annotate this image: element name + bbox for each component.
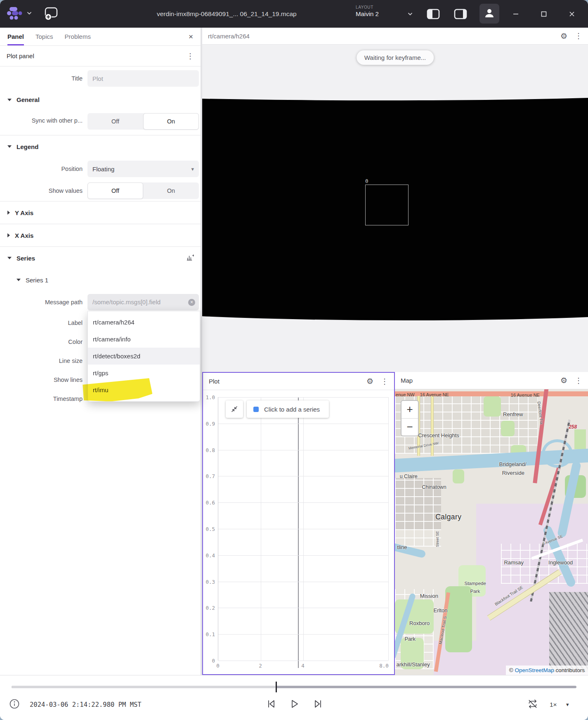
section-x-axis[interactable]: X Axis	[0, 224, 201, 246]
topic-option[interactable]: rt/camera/h264	[88, 314, 200, 331]
layout-selector[interactable]: LAYOUT Maivin 2	[356, 5, 379, 17]
x-tick-label: 0	[216, 663, 220, 669]
close-sidebar-icon[interactable]: ×	[189, 33, 193, 40]
section-series[interactable]: Series	[0, 247, 201, 269]
x-tick-label: 4	[301, 663, 305, 669]
add-series-icon[interactable]	[186, 253, 194, 263]
topic-dropdown: rt/camera/h264 rt/camera/info rt/detect/…	[87, 311, 200, 402]
y-tick-label: 1.0	[205, 394, 215, 400]
message-path-input[interactable]	[87, 294, 199, 310]
map-panel: Map ⚙ ⋮	[395, 372, 588, 675]
map-label: Macleod Trail S	[438, 616, 448, 645]
sync-off-option[interactable]: Off	[87, 113, 143, 130]
add-panel-icon[interactable]	[44, 6, 59, 22]
sidebar-tabs: PanelTopicsProblems ×	[0, 28, 201, 46]
position-label: Position	[0, 166, 83, 172]
loop-off-icon[interactable]	[527, 699, 538, 709]
series-color-swatch	[253, 407, 259, 412]
right-sidebar-toggle-icon[interactable]	[451, 0, 470, 28]
title-field-label: Title	[0, 75, 83, 82]
foxglove-logo-icon[interactable]	[7, 6, 22, 22]
chevron-down-icon	[7, 257, 12, 259]
topic-option[interactable]: rt/camera/info	[88, 331, 200, 348]
y-tick-label: 0.5	[205, 526, 215, 532]
map-label: Roxboro	[409, 620, 430, 626]
section-series-1[interactable]: Series 1	[0, 269, 201, 291]
gridline	[261, 397, 261, 661]
clear-input-icon[interactable]: ×	[188, 299, 195, 306]
account-button[interactable]	[479, 4, 499, 24]
info-icon[interactable]	[9, 699, 20, 709]
sync-label: Sync with other p...	[0, 117, 83, 124]
gear-icon[interactable]: ⚙	[366, 377, 373, 386]
plot-title-input[interactable]	[87, 70, 199, 87]
section-legend[interactable]: Legend	[0, 135, 201, 158]
series-timestamp-label: Timestamp	[0, 396, 83, 402]
x-axis-ticks: 0248.0	[218, 663, 388, 670]
section-general[interactable]: General	[0, 90, 201, 109]
playback-speed[interactable]: 1×	[550, 701, 557, 708]
recording-filename: verdin-imx8mp-06849091_... 06_21_14_19.m…	[157, 0, 297, 28]
map-panel-title: Map	[401, 377, 413, 384]
map-label: Street SE	[435, 531, 439, 547]
topic-option[interactable]: rt/gps	[88, 365, 200, 381]
gear-icon[interactable]: ⚙	[560, 31, 567, 41]
map-label: Memorial Drive NW	[408, 441, 439, 451]
topic-option[interactable]: rt/detect/boxes2d	[88, 348, 200, 365]
show-values-toggle: Off On	[87, 182, 199, 199]
openstreetmap-link[interactable]: OpenStreetMap	[515, 667, 554, 673]
seek-bar[interactable]	[12, 686, 576, 688]
settings-sidebar: PanelTopicsProblems × Plot panel ⋮ Title…	[0, 28, 201, 675]
zoom-out-button[interactable]: −	[401, 419, 418, 436]
plot-playhead-line	[298, 397, 299, 668]
titlebar: verdin-imx8mp-06849091_... 06_21_14_19.m…	[0, 0, 588, 28]
add-series-button[interactable]: Click to add a series	[247, 400, 329, 418]
kebab-menu-icon[interactable]: ⋮	[575, 376, 582, 385]
layout-chevron-icon[interactable]	[407, 11, 413, 17]
close-window-button[interactable]	[563, 0, 581, 28]
panel-settings-menu-icon[interactable]: ⋮	[187, 52, 194, 61]
user-avatar-icon	[484, 7, 495, 20]
map-label: Bridgeland/	[499, 461, 527, 467]
seek-playhead[interactable]	[276, 682, 277, 692]
message-path-label: Message path	[0, 299, 83, 306]
sync-toggle: Off On	[87, 113, 199, 130]
show-values-on-option[interactable]: On	[143, 182, 199, 199]
zoom-in-button[interactable]: +	[401, 401, 418, 418]
y-tick-label: 0.6	[205, 500, 215, 506]
map-zoom-control: + −	[401, 400, 419, 436]
sync-on-option[interactable]: On	[143, 113, 199, 130]
map-canvas[interactable]: enue NW16 Avenue NE16 Avenue NERenfrew25…	[395, 389, 588, 675]
kebab-menu-icon[interactable]: ⋮	[381, 377, 388, 386]
gear-icon[interactable]: ⚙	[560, 376, 567, 385]
map-label: 9 Avenue SE	[542, 534, 563, 546]
speed-chevron-icon[interactable]: ▾	[566, 701, 569, 708]
waiting-toast: Waiting for keyframe...	[357, 50, 434, 65]
detection-box: 0	[365, 185, 409, 225]
seek-backward-button[interactable]	[266, 699, 276, 709]
left-sidebar-toggle-icon[interactable]	[424, 0, 442, 28]
sidebar-tab[interactable]: Panel	[7, 28, 24, 45]
play-button[interactable]	[289, 699, 300, 709]
y-tick-label: 0.8	[205, 447, 215, 453]
sidebar-tab[interactable]: Topics	[35, 28, 53, 45]
gridline	[303, 397, 304, 661]
minimize-button[interactable]	[507, 0, 525, 28]
collapse-legend-button[interactable]	[226, 400, 243, 418]
show-values-off-option[interactable]: Off	[87, 182, 143, 199]
playback-bar: 2024-03-06 2:14:22.980 PM MST 1× ▾	[0, 675, 588, 720]
y-tick-label: 0.9	[205, 420, 215, 426]
map-label: tline	[397, 544, 407, 550]
layout-name: Maivin 2	[356, 10, 379, 17]
plot-chart: 1.00.90.80.70.60.50.40.30.20.10 0248.0 C…	[203, 390, 394, 674]
topic-option[interactable]: rt/imu	[88, 381, 200, 398]
gridline	[218, 661, 388, 661]
seek-forward-button[interactable]	[313, 699, 324, 709]
data-source-chevron-icon[interactable]	[26, 10, 32, 18]
maximize-button[interactable]	[535, 0, 553, 28]
kebab-menu-icon[interactable]: ⋮	[575, 31, 582, 40]
legend-position-select[interactable]: Floating ▾	[87, 161, 199, 177]
section-y-axis[interactable]: Y Axis	[0, 201, 201, 224]
sidebar-tab[interactable]: Problems	[65, 28, 91, 45]
panel-settings-title: Plot panel	[7, 52, 34, 59]
